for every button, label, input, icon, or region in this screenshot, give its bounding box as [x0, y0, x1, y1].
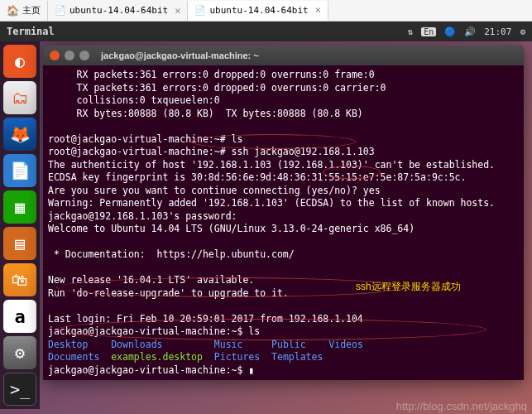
window-title: jackgao@jackgao-virtual-machine: ~: [101, 51, 259, 60]
prompt: root@jackgao-virtual-machine:~#: [48, 133, 232, 145]
calc-icon[interactable]: ▦: [3, 190, 36, 224]
output-line: TX packets:361 errors:0 dropped:0 overru…: [48, 82, 386, 94]
files-icon[interactable]: 🗂: [3, 81, 36, 114]
output-line: RX packets:361 errors:0 dropped:0 overru…: [48, 69, 375, 80]
doc-icon: 📄: [194, 5, 206, 16]
output-line: Are you sure you want to continue connec…: [48, 185, 363, 196]
terminal-window: jackgao@jackgao-virtual-machine: ~ RX pa…: [43, 46, 524, 380]
impress-icon[interactable]: ▤: [3, 227, 36, 260]
ls-entry: Music: [214, 339, 243, 350]
annotation-text: ssh远程登录服务器成功: [356, 280, 461, 294]
firefox-icon[interactable]: 🦊: [3, 118, 36, 151]
ls-entry: Desktop: [48, 339, 88, 350]
terminal-icon[interactable]: >_: [3, 373, 36, 406]
gnome-top-bar: Terminal ⇅ En 🔵 🔊 21:07 ⚙: [0, 22, 532, 41]
minimize-button[interactable]: [65, 51, 74, 60]
close-icon[interactable]: ×: [175, 5, 180, 17]
output-line: Warning: Permanently added '192.168.1.10…: [48, 197, 495, 209]
unity-launcher: ◐ 🗂 🦊 📄 ▦ ▤ 🛍 a ⚙ >_: [0, 41, 40, 409]
output-line: Last login: Fri Feb 10 20:59:01 2017 fro…: [48, 313, 363, 325]
network-icon[interactable]: ⇅: [408, 26, 414, 37]
volume-icon[interactable]: 🔊: [464, 26, 476, 37]
browser-tab-bar: 🏠 主页 📄 ubuntu-14.04-64bit × 📄 ubuntu-14.…: [0, 0, 532, 22]
output-line: collisions:0 txqueuelen:0: [48, 94, 220, 106]
tab-vm2[interactable]: 📄 ubuntu-14.04-64bit ×: [188, 1, 328, 21]
software-center-icon[interactable]: 🛍: [3, 263, 36, 296]
ls-entry: Public: [271, 339, 306, 350]
doc-icon: 📄: [55, 5, 66, 16]
tab-label: ubuntu-14.04-64bit: [209, 5, 308, 16]
cursor: ▮: [248, 364, 254, 376]
tab-label: ubuntu-14.04-64bit: [69, 5, 168, 16]
home-icon: 🏠: [7, 5, 19, 17]
settings-icon[interactable]: ⚙: [3, 336, 36, 369]
writer-icon[interactable]: 📄: [3, 154, 36, 187]
ls-entry: Downloads: [111, 339, 162, 350]
command: ls: [248, 325, 260, 337]
ls-entry: Videos: [328, 339, 363, 350]
terminal-output[interactable]: RX packets:361 errors:0 dropped:0 overru…: [43, 65, 524, 380]
bluetooth-icon[interactable]: 🔵: [444, 26, 456, 37]
window-titlebar[interactable]: jackgao@jackgao-virtual-machine: ~: [43, 46, 524, 65]
output-line: jackgao@192.168.1.103's password:: [48, 210, 237, 222]
output-line: RX bytes:80888 (80.8 KB) TX bytes:80888 …: [48, 108, 363, 119]
ls-entry: Templates: [271, 351, 323, 363]
output-line: New release '16.04.1 LTS' available.: [48, 274, 254, 286]
command: ssh jackgao@192.168.1.103: [232, 146, 375, 157]
gear-icon[interactable]: ⚙: [520, 26, 525, 37]
output-line: The authenticity of host '192.168.1.103 …: [48, 159, 495, 171]
user-input: yes: [363, 185, 381, 196]
ls-entry: Pictures: [214, 351, 260, 363]
prompt: jackgao@jackgao-virtual-machine:~$: [48, 364, 248, 376]
output-line: * Documentation: https://help.ubuntu.com…: [48, 248, 295, 260]
ls-entry: examples.desktop: [111, 351, 203, 363]
output-line: Welcome to Ubuntu 14.04 LTS (GNU/Linux 3…: [48, 223, 415, 234]
close-button[interactable]: [50, 51, 60, 60]
prompt: jackgao@jackgao-virtual-machine:~$: [48, 325, 248, 337]
amazon-icon[interactable]: a: [3, 300, 36, 333]
close-icon[interactable]: ×: [315, 4, 321, 16]
output-line: Run 'do-release-upgrade' to upgrade to i…: [48, 287, 289, 299]
dash-icon[interactable]: ◐: [3, 45, 36, 78]
app-title: Terminal: [7, 26, 408, 37]
maximize-button[interactable]: [79, 51, 89, 60]
ls-entry: Documents: [48, 351, 99, 363]
tab-label: 主页: [22, 4, 41, 17]
tab-home[interactable]: 🏠 主页: [0, 1, 48, 21]
language-indicator[interactable]: En: [421, 27, 436, 36]
watermark: http://blog.csdn.net/jackghq: [396, 400, 527, 412]
clock[interactable]: 21:07: [484, 26, 511, 37]
command: ls: [232, 133, 243, 145]
prompt: root@jackgao-virtual-machine:~#: [48, 146, 232, 157]
output-line: ECDSA key fingerprint is 30:8d:56:6e:9d:…: [48, 171, 466, 183]
tab-vm1[interactable]: 📄 ubuntu-14.04-64bit ×: [48, 1, 188, 21]
